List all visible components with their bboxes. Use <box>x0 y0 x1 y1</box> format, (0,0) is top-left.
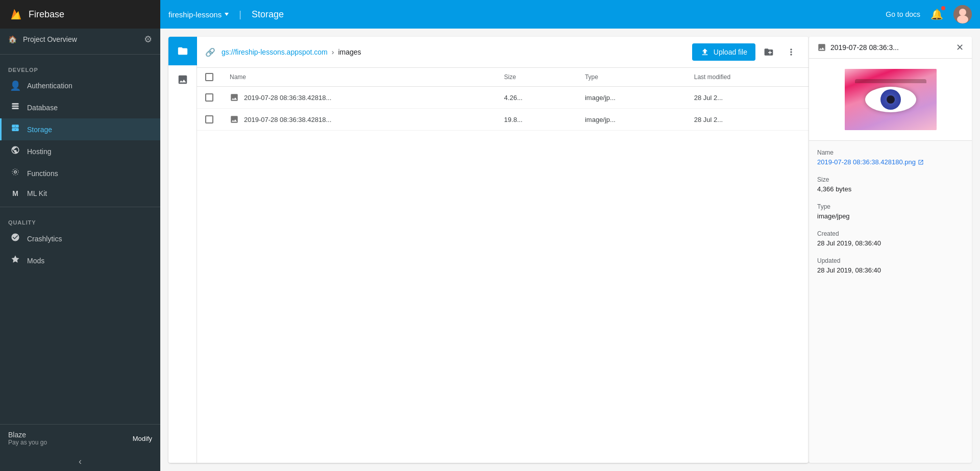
content-area: 🔗 gs://fireship-lessons.appspot.com › im… <box>160 29 980 471</box>
tab-images[interactable] <box>168 65 197 94</box>
quality-section-label: Quality <box>0 211 160 228</box>
sidebar-item-crashlytics[interactable]: Crashlytics <box>0 228 160 250</box>
modify-plan-button[interactable]: Modify <box>133 435 152 442</box>
svg-rect-5 <box>12 108 19 109</box>
image-preview-canvas <box>845 69 937 130</box>
detail-field-created: Created 28 Jul 2019, 08:36:40 <box>817 230 964 247</box>
sidebar-divider-1 <box>0 54 160 55</box>
collapse-sidebar-button[interactable]: ‹ <box>0 452 160 471</box>
svg-point-7 <box>12 169 18 175</box>
link-icon: 🔗 <box>205 47 215 57</box>
nav-divider: | <box>239 9 241 20</box>
detail-image-preview <box>809 59 972 141</box>
plan-type: Pay as you go <box>8 439 47 446</box>
page-title: Storage <box>252 9 284 20</box>
detail-field-updated: Updated 28 Jul 2019, 08:36:40 <box>817 257 964 274</box>
plan-info-area: Blaze Pay as you go Modify <box>0 424 160 452</box>
breadcrumb-current: images <box>338 48 361 56</box>
table-row[interactable]: 2019-07-28 08:36:38.42818... 19.8... ima… <box>197 109 808 131</box>
authentication-icon: 👤 <box>10 80 21 91</box>
new-folder-icon <box>764 47 774 57</box>
sidebar-item-functions[interactable]: Functions <box>0 162 160 184</box>
size-label: Size <box>817 176 964 183</box>
files-icon <box>177 45 188 57</box>
notifications-icon[interactable]: 🔔 <box>930 8 943 20</box>
plan-details: Blaze Pay as you go <box>8 431 47 446</box>
detail-panel-title: 2019-07-28 08:36:3... <box>830 43 899 52</box>
detail-panel-close-button[interactable]: ✕ <box>956 43 964 52</box>
sidebar-item-hosting[interactable]: Hosting <box>0 140 160 162</box>
breadcrumb-separator: › <box>332 48 334 56</box>
file-name-1: 2019-07-28 08:36:38.42818... <box>244 94 331 102</box>
name-label: Name <box>817 149 964 156</box>
hosting-icon <box>10 145 21 157</box>
file-name-cell-2: 2019-07-28 08:36:38.42818... <box>222 109 496 131</box>
created-value: 28 Jul 2019, 08:36:40 <box>817 239 964 247</box>
external-link-icon <box>918 159 924 165</box>
more-options-button[interactable] <box>782 43 800 61</box>
updated-value: 28 Jul 2019, 08:36:40 <box>817 266 964 274</box>
project-selector[interactable]: fireship-lessons <box>168 10 229 19</box>
sidebar-item-database[interactable]: Database <box>0 96 160 118</box>
upload-file-button[interactable]: Upload file <box>692 43 755 61</box>
sidebar-divider-2 <box>0 207 160 207</box>
user-avatar[interactable] <box>953 5 972 23</box>
size-value: 4,366 bytes <box>817 185 964 193</box>
sidebar-item-mods[interactable]: Mods <box>0 250 160 271</box>
sidebar-item-project-overview[interactable]: 🏠 Project Overview ⚙ <box>0 29 160 50</box>
sidebar: 🏠 Project Overview ⚙ Develop 👤 Authentic… <box>0 29 160 471</box>
sidebar-item-storage[interactable]: Storage <box>0 118 160 140</box>
col-name: Name <box>222 68 496 87</box>
breadcrumb: 🔗 gs://fireship-lessons.appspot.com › im… <box>205 47 361 57</box>
sidebar-item-mlkit[interactable]: M ML Kit <box>0 184 160 203</box>
new-folder-button[interactable] <box>760 43 778 61</box>
svg-rect-3 <box>12 103 19 105</box>
storage-icon <box>10 123 21 135</box>
select-all-checkbox[interactable] <box>205 73 213 81</box>
file-image-icon-2 <box>230 115 239 124</box>
detail-field-size: Size 4,366 bytes <box>817 176 964 193</box>
svg-rect-4 <box>12 106 19 107</box>
file-type-1: image/jp... <box>577 87 686 109</box>
project-overview-label: Project Overview <box>23 35 77 43</box>
breadcrumb-link[interactable]: gs://fireship-lessons.appspot.com <box>222 48 328 56</box>
row-checkbox-2[interactable] <box>205 115 213 123</box>
updated-label: Updated <box>817 257 964 264</box>
develop-section-label: Develop <box>0 59 160 75</box>
file-size-1: 4.26... <box>496 87 577 109</box>
file-toolbar: 🔗 gs://fireship-lessons.appspot.com › im… <box>197 37 808 68</box>
detail-header: 2019-07-28 08:36:3... ✕ <box>809 37 972 59</box>
select-all-header <box>197 68 222 87</box>
row-checkbox-cell-1 <box>197 87 222 109</box>
col-modified: Last modified <box>686 68 808 87</box>
name-value-link[interactable]: 2019-07-28 08:36:38.428180.png <box>817 158 964 166</box>
upload-icon <box>700 47 709 57</box>
col-type: Type <box>577 68 686 87</box>
file-modified-2: 28 Jul 2... <box>686 109 808 131</box>
file-name-2: 2019-07-28 08:36:38.42818... <box>244 116 331 123</box>
avatar-image <box>953 5 972 23</box>
col-size: Size <box>496 68 577 87</box>
table-row[interactable]: 2019-07-28 08:36:38.42818... 4.26... ima… <box>197 87 808 109</box>
tab-files[interactable] <box>168 37 197 65</box>
detail-file-icon <box>817 43 826 52</box>
sidebar-item-label-functions: Functions <box>27 169 58 178</box>
plan-name: Blaze <box>8 431 47 439</box>
sidebar-item-authentication[interactable]: 👤 Authentication <box>0 75 160 96</box>
sidebar-item-label-storage: Storage <box>27 126 52 134</box>
functions-icon <box>10 167 21 179</box>
file-image-icon-1 <box>230 93 239 102</box>
go-to-docs-link[interactable]: Go to docs <box>886 10 920 18</box>
name-value: 2019-07-28 08:36:38.428180.png <box>817 158 916 166</box>
row-checkbox-1[interactable] <box>205 93 213 102</box>
sidebar-item-label-crashlytics: Crashlytics <box>27 235 62 243</box>
top-bar: Firebase fireship-lessons | Storage Go t… <box>0 0 980 29</box>
svg-point-2 <box>957 15 968 23</box>
sidebar-item-label-hosting: Hosting <box>27 147 51 156</box>
images-icon <box>177 74 188 85</box>
file-list-container: 🔗 gs://fireship-lessons.appspot.com › im… <box>197 37 808 463</box>
toolbar-actions: Upload file <box>692 43 800 61</box>
mlkit-icon: M <box>10 189 21 197</box>
row-checkbox-cell-2 <box>197 109 222 131</box>
settings-button[interactable]: ⚙ <box>144 34 152 45</box>
